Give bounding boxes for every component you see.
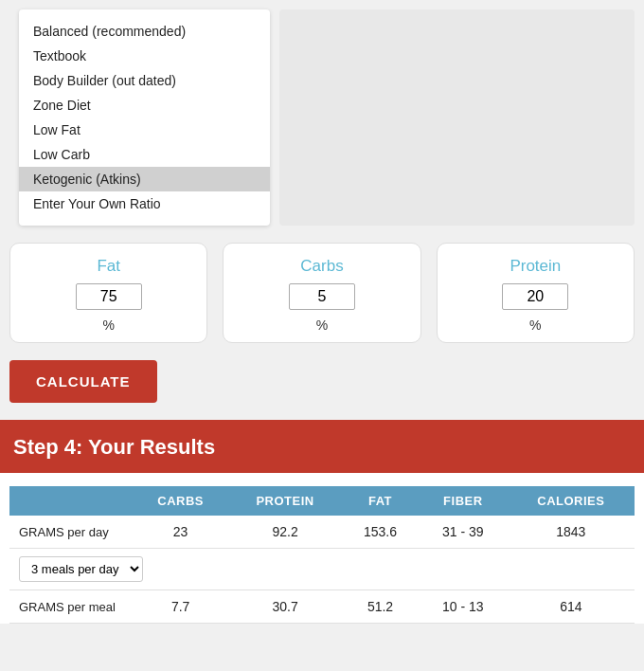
grams-per-day-calories: 1843	[508, 516, 635, 549]
table-header-row: CARBS PROTEIN FAT FIBER CALORIES	[9, 486, 635, 516]
table-row-grams-per-meal: GRAMS per meal 7.7 30.7 51.2 10 - 13 614	[9, 590, 635, 624]
meals-select[interactable]: 3 meals per day2 meals per day4 meals pe…	[19, 556, 143, 582]
col-header-protein: PROTEIN	[228, 486, 342, 516]
grams-per-meal-calories: 614	[508, 590, 635, 624]
dropdown-item[interactable]: Balanced (recommended)	[19, 19, 270, 44]
protein-input[interactable]	[502, 283, 568, 310]
dropdown-item[interactable]: Low Fat	[19, 118, 270, 142]
grams-per-meal-fat: 51.2	[342, 590, 419, 624]
macros-section: Fat % Carbs % Protein %	[0, 226, 644, 360]
grams-per-meal-protein: 30.7	[228, 590, 342, 624]
grams-per-meal-fiber: 10 - 13	[419, 590, 508, 624]
grams-per-day-fiber: 31 - 39	[419, 516, 508, 549]
grams-per-meal-label: GRAMS per meal	[9, 590, 133, 624]
table-row-grams-per-day: GRAMS per day 23 92.2 153.6 31 - 39 1843	[9, 516, 635, 549]
protein-unit: %	[529, 317, 541, 333]
col-header-fiber: FIBER	[419, 486, 508, 516]
grams-per-meal-carbs: 7.7	[133, 590, 228, 624]
step4-header: Step 4: Your Results	[0, 422, 644, 473]
calculate-button[interactable]: CALCULATE	[9, 360, 157, 403]
dropdown-item[interactable]: Zone Diet	[19, 93, 270, 118]
diet-dropdown[interactable]: Balanced (recommended)TextbookBody Build…	[19, 9, 270, 226]
fat-card: Fat %	[9, 243, 207, 343]
top-right-panel	[279, 9, 635, 226]
meals-cell: 3 meals per day2 meals per day4 meals pe…	[9, 549, 635, 590]
results-section: CARBS PROTEIN FAT FIBER CALORIES GRAMS p…	[0, 473, 644, 624]
grams-per-day-label: GRAMS per day	[9, 516, 133, 549]
dropdown-item[interactable]: Ketogenic (Atkins)	[19, 167, 270, 191]
fat-label: Fat	[97, 257, 120, 276]
fat-input[interactable]	[76, 283, 142, 310]
carbs-card: Carbs %	[223, 243, 420, 343]
table-row-meals: 3 meals per day2 meals per day4 meals pe…	[9, 549, 635, 590]
col-header-calories: CALORIES	[508, 486, 635, 516]
col-header-carbs: CARBS	[133, 486, 228, 516]
carbs-input[interactable]	[289, 283, 355, 310]
fat-unit: %	[102, 317, 114, 333]
grams-per-day-protein: 92.2	[228, 516, 342, 549]
protein-label: Protein	[510, 257, 561, 276]
dropdown-item[interactable]: Enter Your Own Ratio	[19, 191, 270, 216]
carbs-label: Carbs	[300, 257, 343, 276]
grams-per-day-fat: 153.6	[342, 516, 419, 549]
protein-card: Protein %	[437, 243, 635, 343]
dropdown-item[interactable]: Body Builder (out dated)	[19, 68, 270, 93]
grams-per-day-carbs: 23	[133, 516, 228, 549]
dropdown-item[interactable]: Textbook	[19, 44, 270, 68]
dropdown-item[interactable]: Low Carb	[19, 142, 270, 167]
col-header-empty	[9, 486, 133, 516]
col-header-fat: FAT	[342, 486, 419, 516]
results-table: CARBS PROTEIN FAT FIBER CALORIES GRAMS p…	[9, 486, 635, 624]
carbs-unit: %	[316, 317, 328, 333]
